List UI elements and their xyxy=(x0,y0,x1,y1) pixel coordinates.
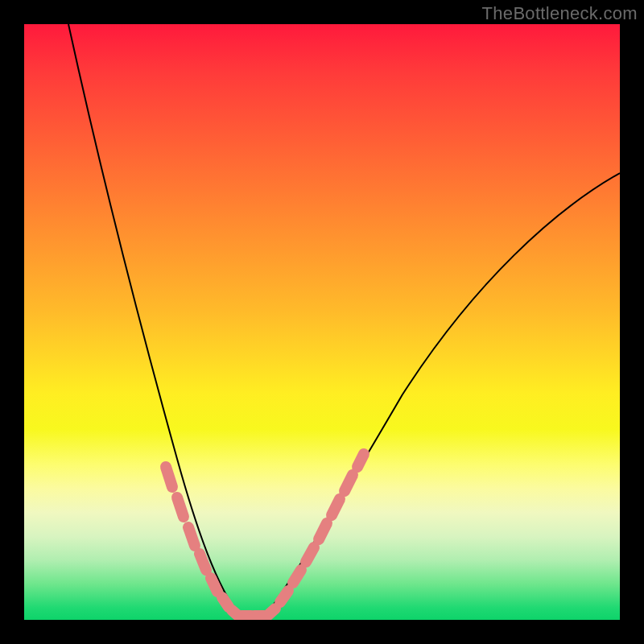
curve-left-branch xyxy=(68,24,240,616)
svg-line-12 xyxy=(306,547,314,562)
svg-line-0 xyxy=(166,467,172,487)
svg-line-1 xyxy=(177,497,184,517)
svg-line-3 xyxy=(200,554,206,570)
svg-line-10 xyxy=(280,591,288,602)
watermark-text: TheBottleneck.com xyxy=(482,3,638,24)
svg-line-15 xyxy=(345,475,353,491)
bottleneck-curve xyxy=(24,24,620,620)
plot-area xyxy=(24,24,620,620)
svg-line-4 xyxy=(211,578,217,592)
svg-line-13 xyxy=(319,523,327,539)
chart-frame: TheBottleneck.com xyxy=(0,0,644,644)
svg-line-16 xyxy=(357,454,364,467)
highlight-dots-left xyxy=(166,467,251,616)
svg-line-2 xyxy=(188,527,195,546)
highlight-dots-right xyxy=(267,454,364,616)
svg-line-9 xyxy=(267,609,275,616)
svg-line-14 xyxy=(332,499,340,515)
svg-line-5 xyxy=(222,597,229,607)
svg-line-11 xyxy=(293,570,301,583)
